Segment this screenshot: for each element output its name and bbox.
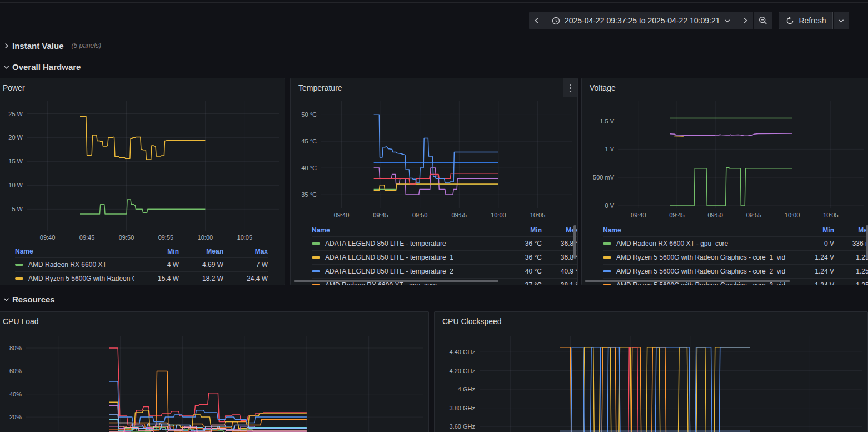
time-back-button[interactable] bbox=[529, 12, 545, 29]
legend-series-name[interactable]: ADATA LEGEND 850 LITE - temperature bbox=[312, 240, 497, 247]
legend-value: 40.9 °C bbox=[542, 267, 578, 275]
legend-value: 40 °C bbox=[497, 267, 542, 275]
panel-title[interactable]: Temperature bbox=[298, 83, 342, 92]
panel-title[interactable]: Power bbox=[3, 83, 25, 92]
panel-power: Power 25 W20 W15 W10 W5 W09:4009:4509:50… bbox=[0, 78, 285, 285]
chart-canvas: 4.40 GHz4.20 GHz4 GHz3.80 GHz3.60 GHz bbox=[437, 333, 865, 432]
legend-vertical-scrollbar[interactable] bbox=[866, 225, 868, 259]
x-axis-label: 10:05 bbox=[237, 234, 253, 241]
legend-row: AMD Radeon RX 6600 XT - gpu_core0 V336 m… bbox=[603, 236, 868, 250]
panel-voltage: Voltage 1.5 V1 V500 mV0 V09:4009:4509:50… bbox=[581, 78, 868, 285]
x-axis-label: 09:50 bbox=[707, 212, 723, 219]
cpu-clockspeed-chart[interactable]: 4.40 GHz4.20 GHz4 GHz3.80 GHz3.60 GHz bbox=[437, 333, 865, 432]
legend-col-min[interactable]: Min bbox=[497, 226, 542, 234]
time-range-picker[interactable]: 2025-04-22 09:37:25 to 2025-04-22 10:09:… bbox=[545, 12, 737, 29]
refresh-label: Refresh bbox=[799, 16, 826, 25]
legend-series-name[interactable]: AMD Ryzen 5 5600G with Radeon Graphics -… bbox=[603, 267, 790, 275]
y-axis-label: 3.80 GHz bbox=[450, 405, 475, 411]
legend-col-mean[interactable]: Mean bbox=[179, 247, 223, 255]
x-axis-label: 09:55 bbox=[452, 212, 467, 219]
legend-series-label: ADATA LEGEND 850 LITE - temperature bbox=[325, 240, 446, 247]
power-chart[interactable]: 25 W20 W15 W10 W5 W09:4009:4509:5009:551… bbox=[0, 97, 282, 243]
y-axis-label: 4 GHz bbox=[458, 386, 475, 393]
temperature-chart[interactable]: 50 °C45 °C40 °C35 °C09:4009:4509:5009:55… bbox=[293, 97, 575, 221]
panel-title[interactable]: CPU Clockspeed bbox=[442, 317, 502, 326]
time-forward-button[interactable] bbox=[737, 12, 753, 29]
legend-series-label: AMD Ryzen 5 5600G with Radeon Graphics bbox=[28, 275, 134, 282]
refresh-interval-dropdown[interactable] bbox=[834, 12, 849, 29]
panel-menu-button[interactable] bbox=[563, 78, 577, 97]
x-axis-label: 10:05 bbox=[530, 212, 546, 219]
panel-temperature: Temperature 50 °C45 °C40 °C35 °C09:4009:… bbox=[290, 78, 578, 285]
series-color-swatch bbox=[603, 242, 611, 245]
refresh-button[interactable]: Refresh bbox=[779, 12, 833, 29]
legend-col-min[interactable]: Min bbox=[134, 247, 179, 255]
y-axis-label: 25 W bbox=[8, 111, 23, 117]
x-axis-label: 09:50 bbox=[119, 234, 134, 241]
legend-series-name[interactable]: ADATA LEGEND 850 LITE - temperature_1 bbox=[312, 254, 497, 261]
legend-value: 36 °C bbox=[497, 254, 542, 261]
row-panel-count: (5 panels) bbox=[72, 42, 101, 49]
x-axis-label: 10:00 bbox=[785, 212, 800, 219]
legend-series-name[interactable]: AMD Ryzen 5 5600G with Radeon Graphics bbox=[15, 275, 134, 282]
row-title[interactable]: Overall Hardware bbox=[12, 62, 81, 72]
y-axis-label: 10 W bbox=[8, 182, 23, 188]
legend-row: AMD Ryzen 5 5600G with Radeon Graphics -… bbox=[603, 250, 868, 264]
y-axis-label: 45 °C bbox=[301, 138, 317, 145]
legend-row: ADATA LEGEND 850 LITE - temperature36 °C… bbox=[312, 236, 578, 250]
y-axis-label: 35 °C bbox=[301, 191, 317, 198]
panel-title[interactable]: Voltage bbox=[590, 83, 616, 92]
legend-value: 1.24 V bbox=[790, 267, 834, 275]
legend-series-name[interactable]: AMD Radeon RX 6600 XT bbox=[15, 261, 134, 269]
time-toolbar: 2025-04-22 09:37:25 to 2025-04-22 10:09:… bbox=[529, 12, 849, 29]
x-axis-label: 10:00 bbox=[491, 212, 506, 219]
row-collapse-toggle[interactable] bbox=[0, 296, 12, 302]
legend-series-name[interactable]: AMD Ryzen 5 5600G with Radeon Graphics -… bbox=[603, 254, 790, 261]
series-line bbox=[80, 200, 205, 214]
legend-value: 24.4 W bbox=[223, 275, 268, 282]
legend-col-name[interactable]: Name bbox=[312, 226, 497, 234]
series-line bbox=[674, 136, 685, 136]
chevron-right-icon bbox=[742, 17, 749, 24]
y-axis-label: 50 °C bbox=[301, 111, 317, 118]
zoom-out-button[interactable] bbox=[754, 12, 772, 29]
legend-col-name[interactable]: Name bbox=[603, 226, 790, 234]
x-axis-label: 09:55 bbox=[158, 234, 174, 241]
legend-horizontal-scrollbar[interactable] bbox=[585, 280, 790, 282]
power-legend: NameMinMeanMaxAMD Radeon RX 6600 XT4 W4.… bbox=[15, 245, 268, 285]
legend-value: 38.1 °C bbox=[542, 281, 578, 285]
x-axis-label: 09:45 bbox=[669, 212, 685, 219]
y-axis-label: 40% bbox=[9, 391, 22, 398]
legend-series-name[interactable]: ADATA LEGEND 850 LITE - temperature_2 bbox=[312, 267, 497, 275]
series-color-swatch bbox=[15, 277, 23, 280]
row-collapse-toggle[interactable] bbox=[0, 43, 12, 49]
series-line bbox=[670, 167, 792, 206]
legend-col-name[interactable]: Name bbox=[15, 247, 134, 255]
legend-col-max[interactable]: Max bbox=[223, 247, 268, 255]
x-axis-label: 10:05 bbox=[823, 212, 839, 219]
temperature-legend: NameMinMeanADATA LEGEND 850 LITE - tempe… bbox=[312, 224, 578, 285]
series-line bbox=[109, 402, 307, 430]
series-color-swatch bbox=[603, 284, 611, 285]
chevron-down-icon bbox=[3, 296, 9, 302]
legend-value: 7 W bbox=[223, 261, 268, 269]
series-color-swatch bbox=[312, 242, 320, 245]
legend-col-min[interactable]: Min bbox=[790, 226, 834, 234]
legend-series-label: AMD Ryzen 5 5600G with Radeon Graphics -… bbox=[616, 267, 785, 275]
panel-title[interactable]: CPU Load bbox=[3, 317, 39, 326]
legend-col-mean[interactable]: Mean bbox=[542, 226, 578, 234]
voltage-chart[interactable]: 1.5 V1 V500 mV0 V09:4009:4509:5009:5510:… bbox=[584, 97, 867, 221]
y-axis-label: 1.5 V bbox=[600, 118, 614, 125]
legend-series-name[interactable]: AMD Radeon RX 6600 XT - gpu_core bbox=[603, 240, 790, 247]
refresh-group: Refresh bbox=[779, 12, 849, 29]
legend-vertical-scrollbar[interactable] bbox=[573, 225, 576, 259]
legend-col-mean[interactable]: Mean bbox=[834, 226, 868, 234]
row-title[interactable]: Resources bbox=[12, 295, 55, 304]
row-instant-value: Instant Value (5 panels) bbox=[0, 38, 868, 53]
cpu-load-chart[interactable]: 80%60%40%20% bbox=[0, 333, 426, 432]
row-collapse-toggle[interactable] bbox=[0, 64, 12, 70]
x-axis-label: 09:45 bbox=[373, 212, 388, 219]
legend-horizontal-scrollbar[interactable] bbox=[294, 280, 498, 282]
row-title[interactable]: Instant Value bbox=[12, 41, 64, 51]
chevron-down-icon bbox=[838, 18, 844, 24]
